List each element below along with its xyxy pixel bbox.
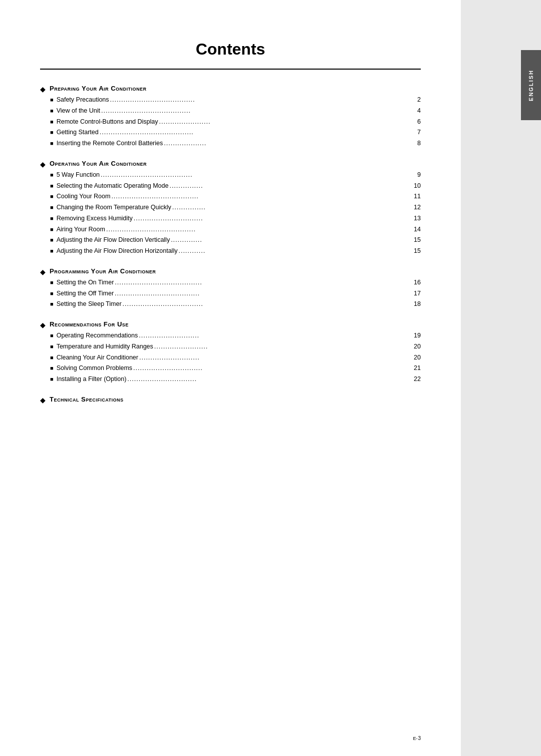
toc-entry: ■View of the Unit.......................… [50, 106, 421, 116]
entry-dots: .............. [171, 235, 413, 245]
bullet-icon: ■ [50, 171, 54, 179]
entry-page-num: 20 [414, 353, 421, 362]
bullet-icon: ■ [50, 192, 54, 201]
toc-entry: ■Getting Started........................… [50, 128, 421, 138]
bullet-icon: ■ [50, 300, 54, 308]
bullet-icon: ■ [50, 342, 54, 351]
bullet-icon: ■ [50, 236, 54, 244]
toc-entry: ■5 Way Function.........................… [50, 170, 421, 180]
entry-text: Operating Recommendations [57, 331, 138, 340]
toc-entry: ■Adjusting the Air Flow Direction Horizo… [50, 246, 421, 256]
entry-page-num: 22 [414, 374, 421, 384]
entry-text: Solving Common Problems [57, 363, 132, 373]
entry-dots: ............... [172, 203, 413, 213]
side-tab: ENGLISH [521, 50, 541, 120]
entry-text: Inserting the Remote Control Batteries [57, 139, 163, 148]
bullet-icon: ■ [50, 107, 54, 115]
bullet-icon: ■ [50, 182, 54, 190]
toc-entries-preparing: ■Safety Precautions.....................… [50, 95, 421, 149]
page-title: Contents [40, 40, 421, 59]
entry-text: View of the Unit [57, 106, 100, 116]
toc-entry: ■Operating Recommendations..............… [50, 331, 421, 341]
section-title-preparing: Preparing Your Air Conditioner [50, 85, 147, 92]
bullet-icon: ■ [50, 214, 54, 223]
footer-badge: E-3 [413, 735, 421, 741]
entry-dots: ....................................... [115, 278, 413, 288]
entry-page-num: 19 [414, 331, 421, 340]
toc-entry: ■Solving Common Problems................… [50, 363, 421, 373]
toc-entry: ■Cooling Your Room......................… [50, 192, 421, 202]
entry-page-num: 17 [414, 289, 421, 298]
entry-page-num: 8 [417, 139, 421, 148]
entry-dots: ............ [178, 246, 413, 256]
entry-dots: ................... [164, 139, 416, 149]
bullet-icon: ■ [50, 289, 54, 298]
entry-text: Setting the Sleep Timer [57, 299, 122, 309]
entry-page-num: 21 [414, 363, 421, 373]
toc-entry: ■Removing Excess Humidity...............… [50, 214, 421, 224]
toc-entries-programming: ■Setting the On Timer...................… [50, 278, 421, 309]
entry-text: Installing a Filter (Option) [57, 374, 127, 384]
section-preparing: ◆Preparing Your Air Conditioner■Safety P… [40, 85, 421, 149]
section-operating: ◆Operating Your Air Conditioner■5 Way Fu… [40, 160, 421, 256]
diamond-icon: ◆ [40, 85, 46, 93]
entry-dots: ........................................ [101, 106, 416, 116]
entry-dots: ............................... [133, 363, 413, 373]
entry-text: Getting Started [57, 128, 99, 137]
toc-entry: ■Adjusting the Air Flow Direction Vertic… [50, 235, 421, 245]
toc-entry: ■Safety Precautions.....................… [50, 95, 421, 105]
toc-entries-recommendations: ■Operating Recommendations..............… [50, 331, 421, 385]
diamond-icon: ◆ [40, 160, 46, 168]
entry-page-num: 13 [414, 214, 421, 223]
diamond-icon: ◆ [40, 396, 46, 404]
diamond-icon: ◆ [40, 268, 46, 276]
toc-entry: ■Cleaning Your Air Conditioner..........… [50, 353, 421, 363]
bullet-icon: ■ [50, 225, 54, 234]
bullet-icon: ■ [50, 139, 54, 148]
entry-text: Remote Control-Buttons and Display [57, 117, 158, 127]
side-tab-text: ENGLISH [528, 70, 534, 101]
entry-page-num: 4 [417, 106, 421, 116]
entry-page-num: 20 [414, 342, 421, 351]
entry-page-num: 12 [414, 203, 421, 212]
page-container: Contents ◆Preparing Your Air Conditioner… [0, 0, 461, 756]
bullet-icon: ■ [50, 203, 54, 212]
entry-text: 5 Way Function [57, 170, 100, 180]
section-title-operating: Operating Your Air Conditioner [50, 160, 147, 167]
diamond-icon: ◆ [40, 321, 46, 329]
entry-page-num: 6 [417, 117, 421, 127]
entry-dots: ........................................ [106, 225, 413, 235]
section-programming: ◆Programming Your Air Conditioner■Settin… [40, 267, 421, 309]
entry-page-num: 2 [417, 95, 421, 105]
entry-text: Airing Your Room [57, 225, 105, 234]
section-header-programming: ◆Programming Your Air Conditioner [40, 267, 421, 276]
entry-text: Temperature and Humidity Ranges [57, 342, 153, 351]
entry-page-num: 14 [414, 225, 421, 234]
entry-page-num: 10 [414, 181, 421, 191]
title-divider [40, 69, 421, 70]
toc-entries-operating: ■5 Way Function.........................… [50, 170, 421, 256]
entry-dots: ....................... [159, 117, 417, 127]
entry-dots: .................................... [123, 299, 413, 309]
section-title-recommendations: Recommendations For Use [50, 320, 129, 328]
bullet-icon: ■ [50, 331, 54, 340]
section-header-preparing: ◆Preparing Your Air Conditioner [40, 85, 421, 93]
entry-page-num: 9 [417, 170, 421, 180]
entry-text: Setting the Off Timer [57, 289, 114, 298]
entry-dots: ........................... [139, 353, 413, 363]
entry-dots: ........................... [139, 331, 413, 341]
section-technical: ◆Technical Specifications [40, 396, 421, 404]
entry-text: Adjusting the Air Flow Direction Horizon… [57, 246, 178, 256]
entry-text: Cleaning Your Air Conditioner [57, 353, 138, 362]
entry-page-num: 15 [414, 246, 421, 256]
entry-text: Setting the On Timer [57, 278, 114, 287]
entry-text: Removing Excess Humidity [57, 214, 133, 223]
entry-dots: ............... [169, 181, 413, 191]
toc-entry: ■Setting the Off Timer..................… [50, 289, 421, 299]
section-header-technical: ◆Technical Specifications [40, 396, 421, 404]
section-recommendations: ◆Recommendations For Use■Operating Recom… [40, 320, 421, 385]
page-footer: E-3 [413, 735, 421, 741]
bullet-icon: ■ [50, 278, 54, 287]
section-title-technical: Technical Specifications [50, 396, 124, 403]
toc-entry: ■Temperature and Humidity Ranges........… [50, 342, 421, 352]
